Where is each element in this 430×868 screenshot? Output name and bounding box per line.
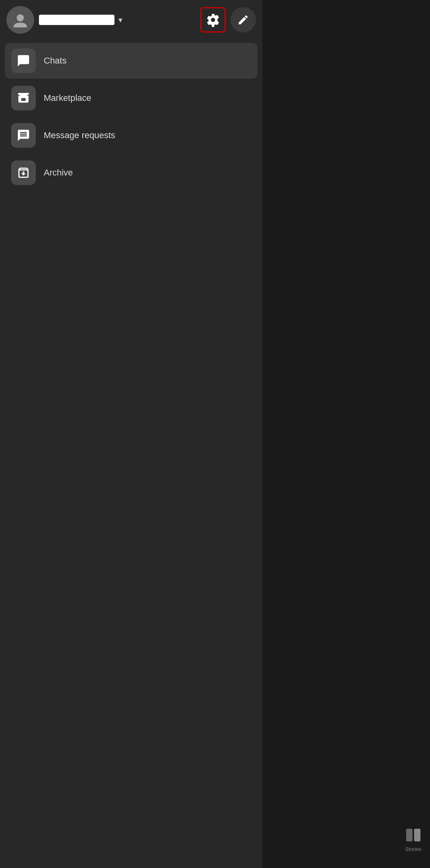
chat-icon-wrapper — [11, 48, 36, 73]
avatar[interactable] — [6, 6, 34, 34]
svg-rect-3 — [406, 829, 413, 841]
stories-label: Stories — [405, 846, 421, 852]
svg-rect-2 — [21, 98, 25, 101]
menu-list: Chats Marketplace — [0, 40, 262, 194]
username-area: ▾ — [39, 15, 196, 25]
marketplace-label: Marketplace — [44, 93, 91, 103]
compose-button[interactable] — [230, 7, 256, 33]
message-requests-icon — [17, 129, 30, 142]
chats-label: Chats — [44, 56, 66, 66]
message-requests-icon-wrapper — [11, 123, 36, 148]
archive-label: Archive — [44, 168, 73, 178]
settings-button[interactable] — [200, 7, 226, 33]
right-panel: Stories — [262, 0, 430, 868]
header: ▾ — [0, 0, 262, 40]
header-actions — [200, 7, 256, 33]
svg-rect-4 — [414, 829, 420, 841]
menu-item-message-requests[interactable]: Message requests — [5, 118, 258, 153]
svg-point-0 — [17, 14, 24, 21]
main-panel: ▾ Chats — [0, 0, 262, 868]
username-bar — [39, 15, 114, 25]
stories-icon — [405, 826, 422, 844]
stories-area[interactable]: Stories — [405, 826, 422, 852]
chat-icon — [17, 54, 30, 68]
marketplace-icon-wrapper — [11, 86, 36, 110]
menu-item-marketplace[interactable]: Marketplace — [5, 80, 258, 116]
archive-icon — [17, 166, 30, 179]
message-requests-label: Message requests — [44, 130, 115, 141]
menu-item-chats[interactable]: Chats — [5, 43, 258, 79]
archive-icon-wrapper — [11, 160, 36, 185]
menu-item-archive[interactable]: Archive — [5, 155, 258, 191]
marketplace-icon — [17, 91, 30, 105]
chevron-down-icon[interactable]: ▾ — [118, 15, 122, 25]
